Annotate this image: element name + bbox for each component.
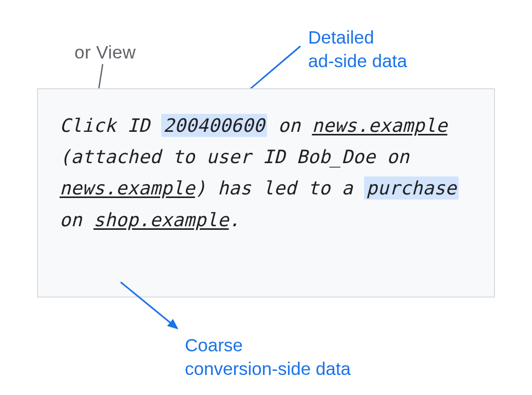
- annotation-or-view-text: or View: [74, 42, 136, 62]
- text-part1: Click ID: [60, 115, 161, 136]
- click-id-highlight: 200400600: [161, 114, 267, 137]
- main-content-box: Click ID 200400600 on news.example (atta…: [37, 88, 495, 298]
- annotation-coarse-line1: Coarse: [185, 333, 351, 357]
- main-text: Click ID 200400600 on news.example (atta…: [60, 110, 472, 235]
- purchase-highlight: purchase: [364, 176, 459, 200]
- text-part3: (attached to user ID Bob_Doe on: [60, 146, 409, 167]
- annotation-or-view: or View: [74, 42, 136, 63]
- text-part2: on: [267, 115, 312, 136]
- annotation-coarse-line2: conversion-side data: [185, 357, 351, 381]
- text-part6: .: [229, 209, 240, 230]
- site2-link: shop.example: [93, 209, 229, 230]
- annotation-detailed-line1: Detailed: [308, 26, 407, 49]
- text-part4: ) has led to a: [195, 177, 365, 199]
- site1-link: news.example: [312, 115, 447, 136]
- annotation-detailed: Detailed ad-side data: [308, 26, 407, 72]
- annotation-detailed-line2: ad-side data: [308, 49, 407, 73]
- site1-repeat-link: news.example: [60, 177, 195, 199]
- text-part5: on: [60, 209, 93, 230]
- annotation-coarse: Coarse conversion-side data: [185, 333, 351, 380]
